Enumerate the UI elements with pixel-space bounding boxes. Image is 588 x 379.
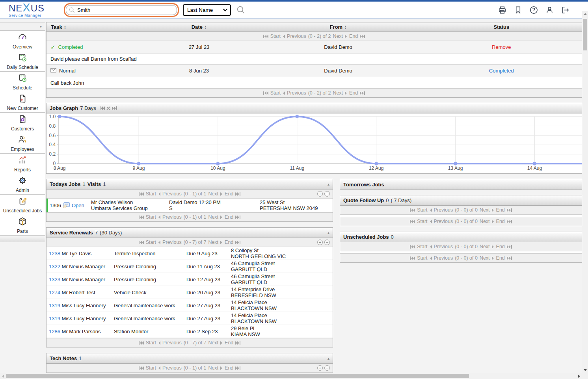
logout-icon[interactable] (561, 6, 570, 15)
next-icon[interactable] (220, 341, 223, 345)
previous-icon[interactable] (158, 341, 160, 345)
pager-next[interactable]: Next (480, 244, 490, 249)
vertical-scrollbar[interactable] (582, 11, 588, 373)
pager-end[interactable]: End (225, 191, 233, 197)
scroll-down-arrow[interactable] (582, 367, 588, 373)
skip-end-icon[interactable] (507, 256, 512, 260)
pager-previous[interactable]: Previous (162, 365, 182, 371)
pager-end[interactable]: End (496, 255, 505, 261)
pager-next[interactable]: Next (208, 240, 218, 245)
search-input[interactable] (66, 5, 177, 15)
pager-previous[interactable]: Previous (287, 33, 306, 39)
pager-previous[interactable]: Previous (162, 191, 182, 197)
sidebar-item-schedule[interactable]: Schedule (0, 72, 45, 92)
pager-previous[interactable]: Previous (434, 219, 453, 224)
sidebar-item-customers[interactable]: Customers (0, 113, 45, 133)
pager-previous[interactable]: Previous (434, 207, 453, 213)
pager-end[interactable]: End (225, 214, 233, 220)
help-icon[interactable] (529, 6, 538, 15)
task-row[interactable]: ✓Completed 27 Jul 23 David Demo Remove (47, 41, 582, 54)
pager-previous[interactable]: Previous (434, 255, 453, 261)
sidebar-item-employees[interactable]: Employees (0, 133, 45, 154)
pager-start[interactable]: Start (270, 90, 281, 96)
skip-start-icon[interactable] (410, 256, 415, 260)
print-icon[interactable] (498, 6, 507, 15)
collapse-button[interactable]: − (324, 191, 330, 197)
pager-previous[interactable]: Previous (434, 244, 453, 249)
pager-start[interactable]: Start (146, 214, 156, 220)
pager-next[interactable]: Next (480, 219, 490, 224)
todays-job-row[interactable]: 1306 Open Mr Charles Wilson Umbarra Serv… (47, 199, 333, 212)
pager-next[interactable]: Next (333, 33, 343, 39)
skip-end-icon[interactable] (235, 366, 240, 370)
pager-next[interactable]: Next (208, 214, 218, 220)
previous-icon[interactable] (158, 192, 160, 196)
horizontal-scrollbar-thumb[interactable] (6, 374, 469, 378)
renewal-row[interactable]: 1323 Mr Nexus Manager Pressure Cleaning … (47, 273, 333, 286)
previous-icon[interactable] (158, 241, 160, 244)
renewal-row[interactable]: 1319 Miss Lucy Flannery General maintena… (47, 312, 333, 325)
skip-start-icon[interactable] (410, 208, 415, 212)
skip-end-icon[interactable] (507, 208, 512, 212)
previous-icon[interactable] (283, 35, 285, 38)
sidebar-item-overview[interactable]: Overview (0, 31, 45, 51)
pager-end[interactable]: End (496, 207, 505, 213)
previous-icon[interactable] (158, 366, 160, 370)
pager-previous[interactable]: Previous (287, 90, 306, 96)
pager-end[interactable]: End (349, 90, 358, 96)
sidebar-item-admin[interactable]: Admin (0, 174, 45, 195)
skip-start-icon[interactable] (139, 341, 144, 345)
previous-icon[interactable] (430, 256, 432, 260)
sidebar-item-unscheduled-jobs[interactable]: Unscheduled Jobs (0, 195, 45, 215)
scroll-right-arrow[interactable] (576, 373, 582, 379)
column-header-date[interactable]: Date▲▼ (143, 24, 255, 30)
pager-start[interactable]: Start (417, 244, 427, 249)
renewal-id[interactable]: 1319 (49, 316, 60, 321)
pager-next[interactable]: Next (208, 340, 218, 346)
skip-start-icon[interactable] (263, 91, 268, 95)
pager-previous[interactable]: Previous (162, 240, 182, 245)
search-by-select[interactable]: Last Name (183, 4, 231, 16)
pager-next[interactable]: Next (208, 191, 218, 197)
pager-next[interactable]: Next (480, 255, 490, 261)
expand-button[interactable]: + (317, 240, 323, 245)
pager-previous[interactable]: Previous (162, 340, 182, 346)
sidebar-item-parts[interactable]: Parts (0, 215, 45, 236)
scroll-left-arrow[interactable] (0, 373, 6, 379)
previous-icon[interactable] (430, 208, 432, 212)
skip-start-icon[interactable] (139, 192, 144, 196)
skip-end-icon[interactable] (235, 216, 240, 219)
nexus-logo[interactable]: NEXUS Service Manager (9, 2, 55, 18)
close-icon[interactable] (106, 106, 110, 110)
expand-button[interactable]: + (317, 191, 323, 197)
sidebar-collapse-toggle[interactable]: ▾ (0, 22, 45, 31)
open-job-link[interactable]: Open (72, 203, 84, 208)
renewal-row[interactable]: 1286 Mr Mark Parsons Station Monitor Due… (47, 325, 333, 338)
next-icon[interactable] (492, 245, 494, 249)
renewal-id[interactable]: 1286 (49, 329, 60, 334)
sidebar-item-new-customer[interactable]: New Customer (0, 92, 45, 113)
task-status-link[interactable]: Remove (492, 44, 511, 50)
column-header-task[interactable]: Task▲▼ (47, 24, 143, 30)
next-icon[interactable] (220, 192, 223, 196)
expand-button[interactable]: + (317, 365, 323, 371)
skip-end-icon[interactable] (507, 245, 512, 249)
collapse-icon[interactable]: ▴ (327, 356, 329, 360)
skip-end-icon[interactable] (235, 192, 240, 196)
pager-start[interactable]: Start (146, 365, 156, 371)
renewal-id[interactable]: 1322 (49, 264, 60, 269)
pager-end[interactable]: End (496, 244, 505, 249)
next-icon[interactable] (492, 208, 494, 212)
previous-icon[interactable] (430, 245, 432, 249)
collapse-button[interactable]: − (324, 365, 330, 371)
next-icon[interactable] (220, 241, 223, 244)
renewal-id[interactable]: 1274 (49, 290, 60, 295)
renewal-id[interactable]: 1238 (49, 251, 60, 256)
skip-end-icon[interactable] (360, 91, 365, 95)
scroll-up-arrow[interactable] (582, 11, 588, 17)
previous-icon[interactable] (430, 220, 432, 223)
pager-start[interactable]: Start (146, 240, 156, 245)
skip-start-icon[interactable] (263, 35, 268, 38)
bookmark-icon[interactable] (514, 6, 523, 15)
pager-end[interactable]: End (225, 365, 233, 371)
